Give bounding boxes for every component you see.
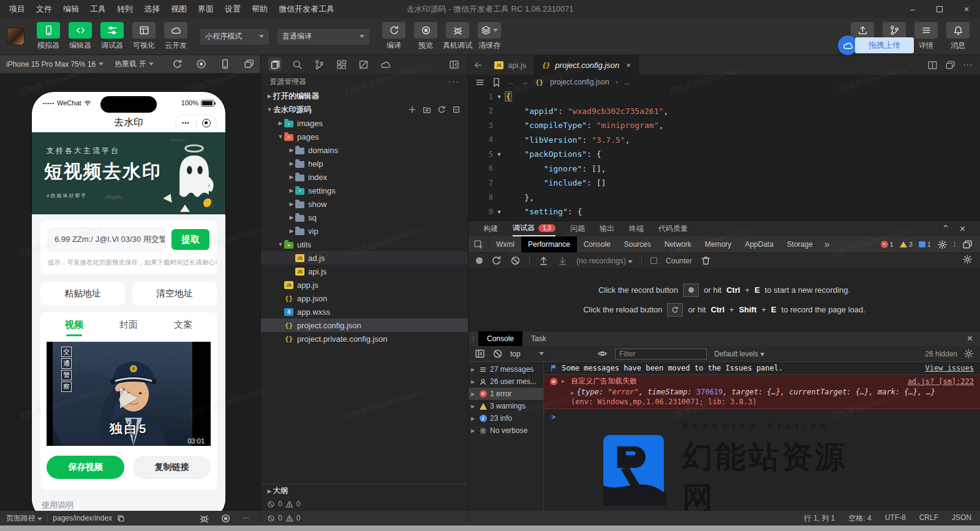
tree-item-utils[interactable]: ▼utils bbox=[261, 238, 468, 251]
toolbar-btn-code[interactable]: 编辑器 bbox=[64, 22, 96, 51]
console-tab-Task[interactable]: Task bbox=[522, 331, 555, 346]
console-close-icon[interactable]: × bbox=[967, 331, 980, 346]
minimize-button[interactable]: – bbox=[899, 0, 926, 18]
toolbar-btn-phone[interactable]: 模拟器 bbox=[32, 22, 64, 51]
trash-icon[interactable] bbox=[701, 255, 711, 266]
panel-tab-调试器[interactable]: 调试器1,3 bbox=[513, 221, 556, 236]
toolbar-btn-grid-icon[interactable] bbox=[132, 22, 156, 39]
new-file-icon[interactable] bbox=[408, 105, 417, 114]
collapse-panel-icon[interactable]: ⌃ bbox=[941, 223, 949, 235]
toolbar-btn-cloud-icon[interactable] bbox=[164, 22, 187, 39]
action-btn-2[interactable]: 真机调试 bbox=[442, 22, 473, 51]
search-icon[interactable] bbox=[290, 58, 304, 71]
new-folder-icon[interactable] bbox=[423, 105, 431, 114]
debug-icon[interactable] bbox=[199, 513, 209, 524]
devtools-kebab-icon[interactable]: ⁞ bbox=[954, 241, 956, 248]
maximize-button[interactable] bbox=[926, 0, 953, 18]
breadcrumb-file[interactable]: project.config.json bbox=[550, 78, 609, 86]
copy-link-button[interactable]: 复制链接 bbox=[133, 456, 211, 479]
tree-item-show[interactable]: ▶show bbox=[261, 197, 468, 211]
status-item-3[interactable]: CRLF bbox=[919, 513, 938, 524]
devtools-tab-Sources[interactable]: Sources bbox=[617, 236, 658, 252]
stop-icon[interactable] bbox=[196, 59, 206, 69]
right-btn-3[interactable]: 消息 bbox=[942, 22, 974, 51]
error-badge[interactable]: ×1 bbox=[881, 241, 894, 248]
right-btn-2-icon[interactable] bbox=[914, 22, 938, 39]
back-icon[interactable] bbox=[469, 55, 487, 75]
page-path-label[interactable]: 页面路径 bbox=[6, 513, 42, 524]
problems-summary[interactable]: 0 0 bbox=[260, 514, 469, 522]
close-miniprogram-button[interactable] bbox=[197, 119, 217, 127]
record-button-glyph[interactable] bbox=[683, 284, 699, 297]
console-filter-list[interactable]: ▶27 messages bbox=[469, 363, 543, 375]
tree-item-help[interactable]: ▶help bbox=[261, 157, 468, 170]
video-url-input[interactable]: 6.99 ZZm:/ J@I.Vl 03/30 用交警老沙 bbox=[48, 228, 165, 251]
more-tabs-icon[interactable]: » bbox=[820, 239, 835, 250]
more-icon[interactable]: ··· bbox=[242, 513, 249, 524]
video-player[interactable]: 交通警察 独白5 03:01 bbox=[47, 342, 211, 446]
panel-tab-问题[interactable]: 问题 bbox=[570, 221, 585, 236]
live-expression-icon[interactable] bbox=[597, 348, 608, 359]
collapse-all-icon[interactable] bbox=[452, 105, 461, 114]
cloud-icon[interactable] bbox=[379, 58, 392, 71]
hot-reload-toggle[interactable]: 热重载 开 bbox=[115, 59, 154, 69]
tree-item-index[interactable]: ▶index bbox=[261, 170, 468, 184]
action-btn-1[interactable]: 预览 bbox=[410, 22, 442, 51]
console-filter-user[interactable]: ▶26 user mes... bbox=[469, 375, 543, 388]
action-btn-1-icon[interactable] bbox=[414, 22, 437, 39]
console-settings-icon[interactable] bbox=[963, 348, 974, 359]
status-item-4[interactable]: JSON bbox=[952, 513, 971, 524]
menu-item-3[interactable]: 工具 bbox=[85, 0, 111, 18]
clear-icon[interactable] bbox=[510, 255, 521, 266]
close-panel-icon[interactable]: × bbox=[960, 224, 965, 235]
fold-icon[interactable]: ▼ bbox=[493, 94, 505, 100]
menu-item-7[interactable]: 界面 bbox=[192, 0, 219, 18]
reload-button-glyph[interactable] bbox=[667, 303, 683, 317]
play-icon[interactable] bbox=[120, 388, 137, 409]
perf-settings-icon[interactable] bbox=[962, 254, 973, 265]
counter-checkbox[interactable] bbox=[650, 257, 657, 264]
editor-tab-project.config.json[interactable]: {}project.config.json× bbox=[534, 55, 638, 75]
collapse-sidebar-icon[interactable] bbox=[447, 58, 461, 71]
toolbar-btn-phone-icon[interactable] bbox=[37, 22, 60, 39]
menu-item-6[interactable]: 视图 bbox=[165, 0, 192, 18]
git-branch-icon[interactable] bbox=[312, 58, 326, 71]
extract-button[interactable]: 提取 bbox=[172, 229, 209, 250]
message-badge[interactable]: 1 bbox=[919, 241, 931, 248]
console-filter-error[interactable]: ▶×1 error bbox=[469, 388, 543, 400]
clear-address-button[interactable]: 清空地址 bbox=[132, 282, 217, 305]
devtools-tab-Wxml[interactable]: Wxml bbox=[489, 236, 521, 252]
split-editor-icon[interactable] bbox=[927, 60, 938, 70]
right-btn-3-icon[interactable] bbox=[946, 22, 970, 39]
console-tab-Console[interactable]: Console bbox=[478, 331, 522, 346]
chevron-right-icon[interactable]: ▶ bbox=[562, 378, 567, 384]
panel-tab-终端[interactable]: 终端 bbox=[629, 221, 644, 236]
open-preview-icon[interactable] bbox=[945, 60, 956, 70]
outline-list-icon[interactable] bbox=[475, 77, 485, 88]
outline-section[interactable]: ▶ 大纲 bbox=[261, 484, 468, 497]
tree-item-project.private.config.json[interactable]: {}project.private.config.json bbox=[261, 332, 468, 345]
menu-item-8[interactable]: 设置 bbox=[219, 0, 246, 18]
open-editors-section[interactable]: ▶ 打开的编辑器 bbox=[261, 89, 468, 103]
tab-文案[interactable]: 文案 bbox=[156, 319, 211, 331]
more-menu-button[interactable]: ••• bbox=[176, 120, 196, 126]
devtools-tab-Memory[interactable]: Memory bbox=[698, 236, 738, 252]
error-object-preview[interactable]: ▶ {type: "error", timeStamp: 370619, tar… bbox=[550, 388, 974, 396]
tree-item-ad.js[interactable]: JSad.js bbox=[261, 251, 468, 265]
fold-icon[interactable]: ▼ bbox=[493, 209, 505, 215]
toolbar-btn-grid[interactable]: 可视化 bbox=[128, 22, 160, 51]
paste-address-button[interactable]: 粘贴地址 bbox=[40, 282, 125, 305]
tree-item-images[interactable]: ▶images bbox=[261, 116, 468, 130]
record-button[interactable] bbox=[476, 257, 483, 264]
refresh-icon[interactable] bbox=[437, 105, 446, 114]
editor-tab-api.js[interactable]: JSapi.js bbox=[487, 55, 534, 75]
fold-icon[interactable]: ▼ bbox=[493, 151, 505, 157]
code-editor[interactable]: 1▼{2 "appid": "wxad9cb302c735a261",3 "co… bbox=[469, 89, 980, 220]
action-btn-3-icon[interactable] bbox=[478, 22, 501, 39]
bookmark-icon[interactable] bbox=[491, 77, 502, 88]
drag-handle-icon[interactable]: ⁞ bbox=[469, 331, 478, 346]
tree-item-app.wxss[interactable]: 3app.wxss bbox=[261, 305, 468, 318]
devtools-tab-AppData[interactable]: AppData bbox=[738, 236, 780, 252]
status-item-2[interactable]: UTF-8 bbox=[885, 513, 906, 524]
devtools-tab-Network[interactable]: Network bbox=[658, 236, 698, 252]
